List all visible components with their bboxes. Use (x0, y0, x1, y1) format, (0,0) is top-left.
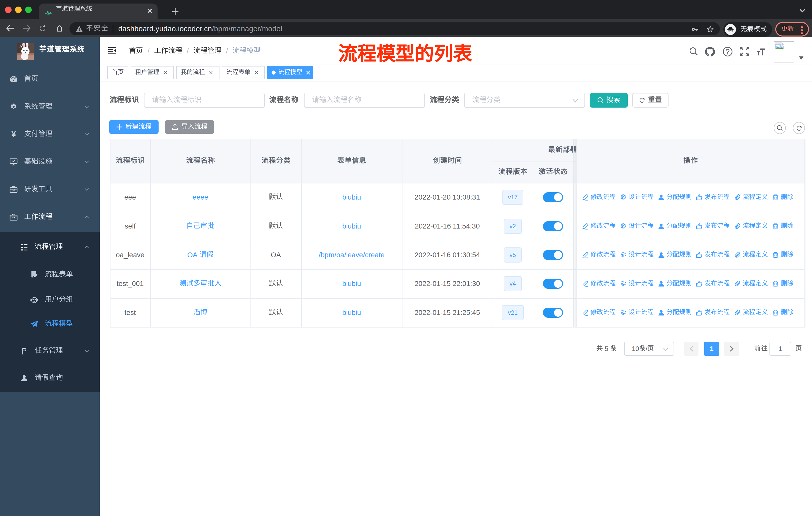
svg-text:¥: ¥ (11, 131, 16, 138)
